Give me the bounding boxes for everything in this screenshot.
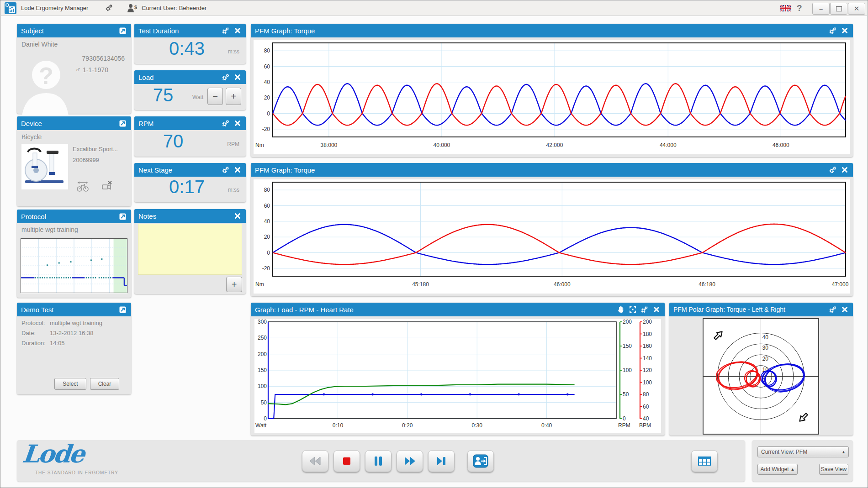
close-icon[interactable] [652,305,661,314]
pfm-graph-title: PFM Graph: Torque [255,27,315,35]
fast-forward-icon [403,456,417,467]
pause-icon [373,456,383,467]
svg-text:Nm: Nm [255,281,264,288]
add-note-button[interactable]: + [226,277,242,292]
subject-widget: Subject Daniel White ? 793056134056 ♂ 1-… [17,24,131,114]
svg-text:30: 30 [762,345,769,351]
add-widget-button[interactable]: Add Widget ▲ [757,464,798,475]
rpm-unit: RPM [227,141,239,147]
stop-button[interactable] [333,450,360,472]
close-icon[interactable] [233,119,242,128]
close-icon[interactable] [840,305,849,314]
popup-icon[interactable] [118,212,127,221]
demo-test-row: Date: 13-2-2012 16:38 [21,330,131,336]
row-value: 14:05 [50,340,65,346]
device-title: Device [21,120,42,127]
pan-hand-icon[interactable] [616,305,625,314]
close-icon[interactable] [233,73,242,82]
pfm-graph-top-widget: PFM Graph: Torque 806040200-2038:00040:0… [251,24,853,157]
close-window-button[interactable]: ✕ [848,3,865,15]
clear-button[interactable]: Clear [90,378,119,390]
widget-settings-icon[interactable] [221,26,230,35]
user-switch-icon[interactable]: $ [127,4,138,13]
load-decrease-button[interactable]: − [207,88,223,105]
select-button[interactable]: Select [54,378,86,390]
svg-text:-20: -20 [262,126,270,132]
data-table-button[interactable] [691,450,718,472]
svg-text:0:10: 0:10 [333,422,344,429]
load-value: 75 [143,85,184,105]
skip-to-end-button[interactable] [428,450,455,472]
fast-forward-button[interactable] [397,450,423,472]
app-logo-icon [5,2,16,14]
device-model: Excalibur Sport... [73,146,118,152]
widget-settings-icon[interactable] [828,305,837,314]
svg-text:40:000: 40:000 [434,142,450,148]
popup-icon[interactable] [118,119,127,128]
svg-text:0:30: 0:30 [472,422,483,429]
pause-button[interactable] [365,450,392,472]
svg-text:60: 60 [264,63,270,70]
torque-wave-chart: 806040200-2038:00040:00042:00044:00046:0… [254,40,850,154]
close-icon[interactable] [840,166,849,174]
load-rpm-hr-chart[interactable]: 3002502001501005000:100:200:300:40200150… [254,319,661,433]
load-increase-button[interactable]: + [226,88,241,105]
device-image [21,144,68,189]
svg-text:0: 0 [623,415,626,422]
svg-text:140: 140 [643,355,652,362]
svg-text:100: 100 [623,367,632,373]
subject-name: Daniel White [21,41,58,48]
svg-text:0: 0 [267,110,270,117]
svg-text:0:40: 0:40 [541,422,552,429]
stop-icon [342,456,352,466]
save-view-button[interactable]: Save View [819,464,848,475]
widget-settings-icon[interactable] [221,119,230,128]
current-view-dropdown[interactable]: Current View: PFM ▲ [757,446,849,457]
next-stage-unit: m:ss [228,187,239,193]
svg-text:60: 60 [643,404,649,410]
subject-session-button[interactable] [467,450,494,472]
help-icon[interactable]: ? [797,1,802,16]
notes-title: Notes [138,212,156,220]
notes-input[interactable] [138,224,242,275]
next-stage-value: 0:17 [157,177,217,197]
test-duration-widget: Test Duration 0:43 m:ss [134,24,246,64]
widget-settings-icon[interactable] [221,166,230,174]
fullscreen-icon[interactable] [628,305,637,314]
gender-male-icon: ♂ [75,66,81,73]
protocol-title: Protocol [21,213,46,220]
bicycle-status-icon [76,181,89,192]
maximize-button[interactable] [830,3,847,15]
notes-widget: Notes + [134,209,246,294]
svg-text:100: 100 [258,383,267,389]
table-icon [698,456,711,467]
close-icon[interactable] [233,26,242,35]
rewind-icon [308,456,322,467]
svg-text:47:000: 47:000 [832,281,849,288]
widget-settings-icon[interactable] [640,305,649,314]
settings-gears-icon[interactable] [105,4,113,12]
skip-to-end-icon [435,456,447,467]
row-label: Duration: [21,340,50,346]
next-stage-title: Next Stage [138,166,172,174]
test-duration-title: Test Duration [138,27,179,35]
widget-settings-icon[interactable] [221,73,230,82]
close-icon[interactable] [233,212,242,220]
svg-text:50: 50 [623,391,629,398]
demo-test-title: Demo Test [21,306,53,314]
svg-text:180: 180 [643,331,652,337]
pfm-graph-zoom-widget: PFM Graph: Torque 806040200-2045:18046:0… [251,163,853,296]
lode-logo: Lode [21,439,85,468]
popup-icon[interactable] [118,26,127,35]
chevron-up-icon: ▲ [791,467,795,472]
close-icon[interactable] [840,26,849,35]
widget-settings-icon[interactable] [828,26,837,35]
popup-icon[interactable] [118,305,127,314]
close-icon[interactable] [233,166,242,174]
widget-settings-icon[interactable] [828,166,837,174]
minimize-button[interactable]: – [812,3,830,15]
test-duration-value: 0:43 [157,38,217,59]
rewind-button[interactable] [302,450,328,472]
language-flag-icon[interactable] [780,5,791,11]
svg-text:46:180: 46:180 [699,281,715,288]
